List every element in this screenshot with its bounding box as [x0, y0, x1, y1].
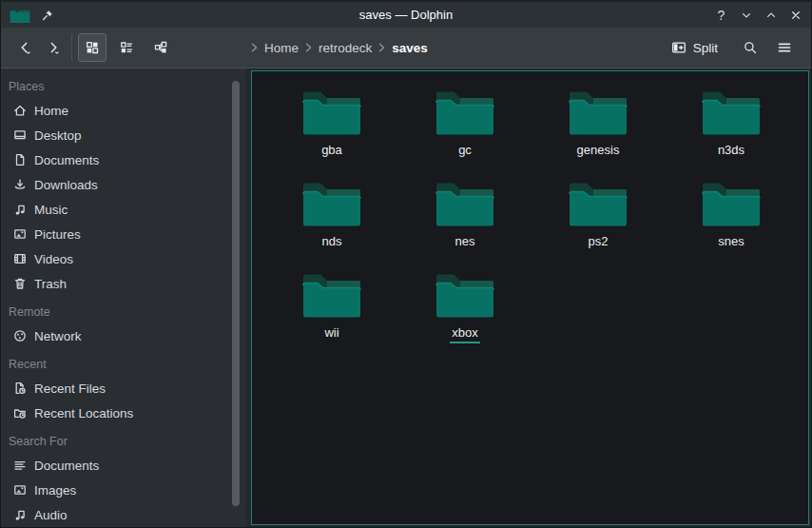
breadcrumb-separator-icon: [251, 43, 258, 52]
folder-label: wii: [322, 325, 340, 343]
minimize-button[interactable]: [738, 7, 754, 23]
document-icon: [12, 152, 28, 167]
back-button[interactable]: [10, 32, 39, 63]
tree-view-button[interactable]: [146, 33, 175, 62]
titlebar: saves — Dolphin ?: [1, 2, 811, 28]
sidebar-item-label: Audio: [34, 508, 68, 522]
sidebar-section-title: Places: [9, 80, 246, 93]
sidebar-section-title: Search For: [9, 435, 246, 448]
sidebar-item-recent-locations[interactable]: Recent Locations: [1, 401, 246, 425]
close-button[interactable]: [787, 7, 803, 23]
folder-gc[interactable]: gc: [398, 84, 532, 175]
folder-icon: [568, 88, 628, 137]
folder-icon: [301, 270, 362, 320]
sidebar-item-network[interactable]: Network: [1, 323, 246, 348]
sidebar-item-desktop[interactable]: Desktop: [1, 123, 246, 147]
sidebar-item-label: Recent Locations: [34, 406, 133, 420]
hamburger-menu-button[interactable]: [771, 34, 798, 61]
folder-n3ds[interactable]: n3ds: [665, 84, 798, 175]
sidebar-item-recent-files[interactable]: Recent Files: [1, 376, 246, 401]
breadcrumb-item-Home[interactable]: Home: [264, 41, 299, 55]
split-label: Split: [693, 41, 718, 55]
music-icon: [12, 507, 28, 522]
folder-view: gbagcgenesisn3dsndsnesps2sneswiixbox: [251, 70, 809, 525]
sidebar-item-label: Pictures: [34, 227, 81, 242]
split-icon: [671, 40, 686, 55]
help-button[interactable]: ?: [713, 7, 729, 23]
search-button[interactable]: [737, 34, 764, 61]
details-view-button[interactable]: [112, 33, 141, 62]
folder-xbox[interactable]: xbox: [398, 266, 532, 358]
network-icon: [12, 328, 28, 343]
sidebar-item-music[interactable]: Music: [1, 197, 246, 222]
folder-snes[interactable]: snes: [665, 175, 798, 266]
folder-icon: [701, 88, 762, 137]
video-icon: [12, 251, 28, 266]
sidebar-item-label: Music: [34, 203, 68, 217]
folder-gba[interactable]: gba: [265, 84, 398, 175]
home-icon: [12, 103, 28, 118]
sidebar-item-label: Downloads: [34, 178, 98, 192]
folder-genesis[interactable]: genesis: [532, 84, 665, 175]
folder-grid: gbagcgenesisn3dsndsnesps2sneswiixbox: [252, 71, 808, 358]
text-lines-icon: [12, 458, 28, 473]
sidebar-item-videos[interactable]: Videos: [1, 246, 246, 271]
folder-nds[interactable]: nds: [265, 175, 398, 266]
breadcrumb-item-saves[interactable]: saves: [392, 41, 428, 55]
toolbar: Homeretrodecksaves Split: [1, 28, 811, 68]
folder-nes[interactable]: nes: [398, 175, 532, 266]
breadcrumb-item-retrodeck[interactable]: retrodeck: [319, 41, 372, 55]
breadcrumb-separator-icon: [378, 43, 385, 52]
icons-view-button[interactable]: [78, 33, 106, 62]
places-panel: PlacesHomeDesktopDocumentsDownloadsMusic…: [1, 68, 246, 527]
folder-icon: [568, 179, 628, 228]
content-area: PlacesHomeDesktopDocumentsDownloadsMusic…: [1, 68, 811, 527]
sidebar-item-documents[interactable]: Documents: [1, 453, 246, 478]
sidebar-item-trash[interactable]: Trash: [1, 271, 246, 296]
trash-icon: [12, 276, 28, 291]
folder-ps2[interactable]: ps2: [532, 175, 665, 266]
sidebar-item-downloads[interactable]: Downloads: [1, 172, 246, 197]
folder-label: gc: [456, 143, 474, 161]
sidebar-item-pictures[interactable]: Pictures: [1, 222, 246, 246]
forward-button[interactable]: [39, 32, 68, 63]
sidebar-item-label: Home: [34, 104, 68, 118]
sidebar-item-images[interactable]: Images: [1, 478, 246, 502]
sidebar-item-home[interactable]: Home: [1, 98, 246, 123]
sidebar-item-label: Desktop: [34, 128, 82, 143]
folder-label: nes: [454, 234, 477, 252]
sidebar-item-audio[interactable]: Audio: [1, 502, 246, 527]
folder-label: xbox: [450, 325, 479, 343]
download-icon: [12, 177, 28, 192]
pin-icon[interactable]: [40, 7, 57, 24]
folder-label: genesis: [575, 143, 622, 161]
sidebar-item-label: Trash: [34, 277, 67, 291]
folder-label: snes: [716, 234, 745, 252]
sidebar-item-label: Recent Files: [34, 381, 106, 396]
sidebar-item-label: Network: [34, 329, 82, 343]
folder-label: gba: [319, 143, 344, 161]
folder-label: nds: [320, 234, 344, 252]
sidebar-item-label: Images: [34, 483, 76, 498]
sidebar-scrollbar[interactable]: [232, 81, 240, 506]
toolbar-separator: [71, 34, 72, 61]
folder-label: n3ds: [716, 143, 746, 161]
breadcrumb: Homeretrodecksaves: [251, 41, 428, 55]
window-title: saves — Dolphin: [1, 8, 811, 22]
dolphin-window: saves — Dolphin ? Homeretrodecksaves Spl…: [0, 0, 812, 528]
folder-label: ps2: [587, 234, 610, 252]
recent-file-icon: [12, 381, 28, 396]
folder-icon: [701, 179, 762, 228]
folder-icon: [435, 270, 495, 320]
folder-wii[interactable]: wii: [265, 266, 398, 358]
sidebar-item-label: Documents: [34, 459, 99, 473]
folder-icon: [301, 179, 362, 228]
window-controls: ?: [713, 7, 803, 23]
music-icon: [12, 202, 28, 217]
maximize-button[interactable]: [763, 7, 779, 23]
app-folder-icon: [10, 7, 30, 24]
sidebar-item-label: Documents: [34, 153, 99, 167]
split-button[interactable]: Split: [671, 40, 718, 55]
image-icon: [12, 482, 28, 498]
sidebar-item-documents[interactable]: Documents: [1, 147, 246, 172]
